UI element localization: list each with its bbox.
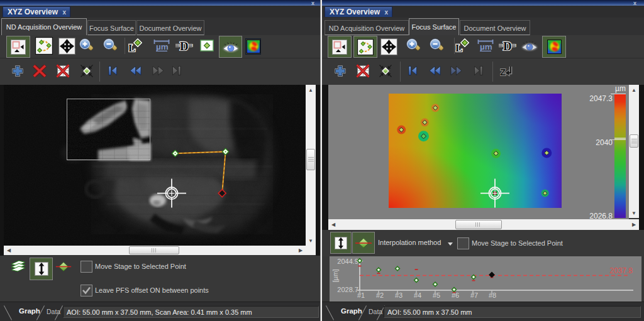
- svg-text:2047.3: 2047.3: [589, 94, 613, 103]
- svg-text:[µm]: [µm]: [331, 269, 339, 283]
- svg-text:#7: #7: [470, 291, 478, 299]
- svg-text:2040: 2040: [596, 138, 613, 147]
- svg-text:#5: #5: [433, 291, 440, 299]
- svg-text:#8: #8: [489, 291, 496, 299]
- svg-text:2044.9: 2044.9: [337, 258, 358, 265]
- svg-text:#1: #1: [357, 291, 365, 299]
- svg-text:#3: #3: [395, 291, 402, 299]
- svg-text:2037.8: 2037.8: [609, 266, 633, 275]
- svg-text:2026.8: 2026.8: [589, 212, 613, 219]
- svg-text:#2: #2: [376, 291, 384, 299]
- svg-text:µm: µm: [615, 85, 626, 93]
- svg-text:2028.7: 2028.7: [337, 286, 358, 293]
- svg-text:#4: #4: [414, 291, 421, 299]
